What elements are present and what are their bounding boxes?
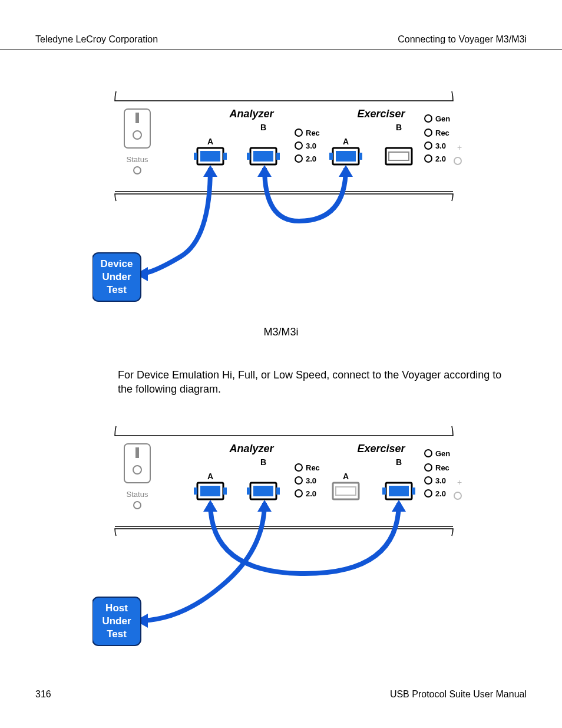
exerciser-title: Exerciser xyxy=(357,108,405,120)
svg-point-58 xyxy=(425,490,432,497)
svg-rect-6 xyxy=(200,151,220,162)
header-left: Teledyne LeCroy Corporation xyxy=(35,34,158,45)
led-30-2: 3.0 xyxy=(306,476,316,485)
svg-rect-12 xyxy=(276,153,280,160)
led-30-ex-1: 3.0 xyxy=(435,141,446,150)
exerciser-a-label: A xyxy=(343,137,349,146)
led-gen-1: Gen xyxy=(435,114,450,123)
footer-title: USB Protocol Suite User Manual xyxy=(390,689,527,700)
svg-point-22 xyxy=(425,115,432,122)
svg-text:+: + xyxy=(457,143,462,152)
svg-point-55 xyxy=(425,450,432,457)
svg-rect-41 xyxy=(223,487,227,495)
body-paragraph: For Device Emulation Hi, Full, or Low Sp… xyxy=(118,368,518,397)
svg-rect-35 xyxy=(135,447,139,458)
analyzer-b-label: B xyxy=(260,123,266,132)
exerciser-title-2: Exerciser xyxy=(357,443,405,454)
svg-rect-49 xyxy=(333,483,359,499)
dut-line1: Device xyxy=(101,258,133,269)
svg-point-57 xyxy=(425,477,432,484)
caption-m3: M3/M3i xyxy=(35,326,527,338)
exerciser-b-label: B xyxy=(396,123,402,132)
svg-rect-2 xyxy=(135,113,139,123)
svg-rect-7 xyxy=(194,153,197,160)
host-line1: Host xyxy=(105,602,128,614)
svg-point-37 xyxy=(134,502,141,509)
led-rec-ex-1: Rec xyxy=(435,129,449,137)
led-rec-2: Rec xyxy=(306,463,320,472)
svg-rect-52 xyxy=(389,486,409,496)
svg-rect-45 xyxy=(276,487,280,495)
led-20-ex-1: 2.0 xyxy=(435,154,446,163)
dut-line3: Test xyxy=(107,284,127,295)
svg-rect-44 xyxy=(247,487,250,495)
svg-rect-17 xyxy=(336,151,356,162)
svg-rect-10 xyxy=(253,151,273,162)
led-rec-ex-2: Rec xyxy=(435,463,449,472)
svg-rect-39 xyxy=(200,486,220,496)
svg-point-15 xyxy=(295,155,302,162)
led-rec-1: Rec xyxy=(306,129,320,137)
svg-point-23 xyxy=(425,129,432,136)
svg-text:+: + xyxy=(457,477,462,487)
analyzer-title: Analyzer xyxy=(229,108,274,120)
led-20-ex-2: 2.0 xyxy=(435,489,446,498)
status-label-2: Status xyxy=(127,490,148,499)
svg-point-26 xyxy=(454,157,461,164)
svg-rect-20 xyxy=(386,148,412,164)
led-30-1: 3.0 xyxy=(306,141,316,150)
header-right: Connecting to Voyager M3/M3i xyxy=(398,34,527,45)
svg-point-14 xyxy=(295,142,302,149)
svg-marker-30 xyxy=(203,165,217,177)
led-gen-2: Gen xyxy=(435,449,450,458)
svg-point-46 xyxy=(295,464,302,471)
page-number: 316 xyxy=(35,689,51,700)
analyzer-a-label: A xyxy=(207,137,213,146)
svg-rect-18 xyxy=(329,153,333,160)
svg-point-25 xyxy=(425,155,432,162)
svg-point-4 xyxy=(134,167,141,174)
svg-rect-50 xyxy=(336,487,356,495)
svg-marker-61 xyxy=(203,500,217,512)
svg-rect-54 xyxy=(412,487,415,495)
svg-rect-8 xyxy=(223,153,227,160)
diagram-host-under-test: Status Analyzer A B Rec 3.0 2.0 Exercise… xyxy=(92,420,470,656)
svg-rect-21 xyxy=(389,152,409,160)
svg-point-24 xyxy=(425,142,432,149)
svg-rect-19 xyxy=(359,153,362,160)
svg-point-3 xyxy=(133,131,141,139)
svg-point-48 xyxy=(295,490,302,497)
svg-marker-29 xyxy=(339,165,353,177)
diagram-device-under-test: Status Analyzer A B Rec 3.0 2.0 Exercise… xyxy=(92,85,470,321)
svg-point-59 xyxy=(454,492,461,499)
analyzer-b-label-2: B xyxy=(260,457,266,467)
svg-point-36 xyxy=(133,466,141,474)
analyzer-title-2: Analyzer xyxy=(229,443,274,454)
exerciser-b-label-2: B xyxy=(396,457,402,467)
svg-marker-62 xyxy=(392,500,406,512)
svg-marker-63 xyxy=(257,500,272,512)
svg-rect-53 xyxy=(382,487,386,495)
svg-rect-43 xyxy=(253,486,273,496)
led-30-ex-2: 3.0 xyxy=(435,476,446,485)
svg-marker-28 xyxy=(257,165,272,177)
svg-point-47 xyxy=(295,477,302,484)
svg-rect-40 xyxy=(194,487,197,495)
led-20-1: 2.0 xyxy=(306,154,316,163)
analyzer-a-label-2: A xyxy=(207,472,213,481)
svg-point-56 xyxy=(425,464,432,471)
status-label: Status xyxy=(127,155,148,164)
dut-line2: Under xyxy=(102,271,131,282)
exerciser-a-label-2: A xyxy=(343,472,349,481)
led-20-2: 2.0 xyxy=(306,489,316,498)
host-line2: Under xyxy=(102,615,131,627)
svg-point-13 xyxy=(295,129,302,136)
svg-rect-11 xyxy=(247,153,250,160)
host-line3: Test xyxy=(107,628,127,640)
